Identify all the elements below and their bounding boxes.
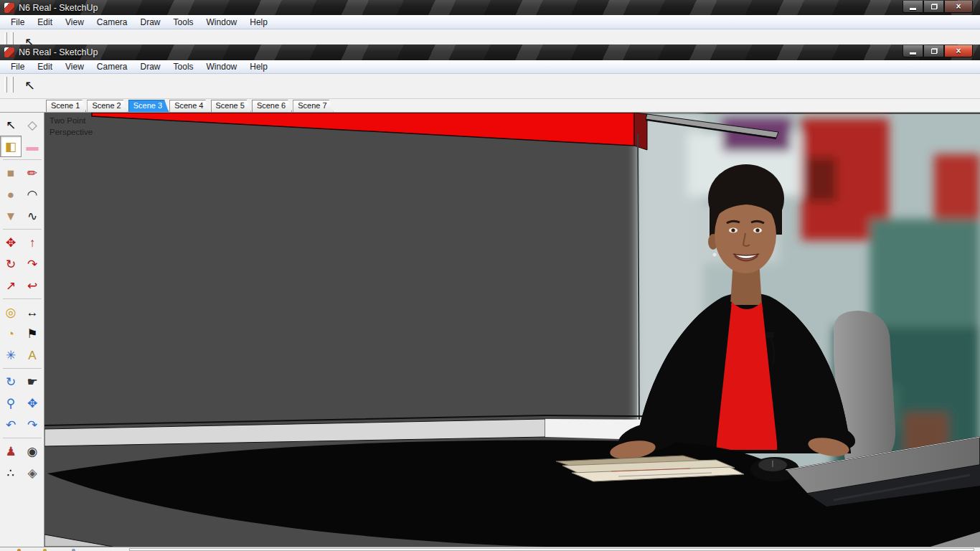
menu-edit[interactable]: Edit bbox=[31, 60, 59, 73]
protractor-tool-icon[interactable]: ◔ bbox=[0, 323, 22, 344]
scene-tab-scene-1[interactable]: Scene 1 bbox=[46, 100, 86, 112]
menu-help[interactable]: Help bbox=[243, 60, 274, 73]
follow-me-tool-icon[interactable]: ↷ bbox=[22, 253, 43, 275]
scene-tab-scene-7[interactable]: Scene 7 bbox=[293, 100, 333, 112]
pan-tool-icon[interactable]: ☛ bbox=[22, 371, 43, 392]
palette-separator bbox=[3, 298, 42, 299]
select-tool-icon[interactable]: ↖ bbox=[0, 114, 22, 136]
circle-tool-icon[interactable]: ● bbox=[0, 184, 22, 205]
menu-window[interactable]: Window bbox=[200, 60, 244, 73]
push-pull-tool-icon[interactable]: ↑ bbox=[22, 232, 43, 253]
toolbar-grip[interactable] bbox=[4, 77, 7, 93]
polygon-tool-icon[interactable]: ▼ bbox=[0, 205, 22, 227]
scene-tab-scene-4[interactable]: Scene 4 bbox=[169, 100, 209, 112]
palette-separator bbox=[3, 159, 42, 160]
3d-text-tool-icon[interactable]: A bbox=[22, 344, 43, 366]
zoom-tool-icon[interactable]: ⚲ bbox=[0, 392, 22, 414]
zoom-next-tool-icon[interactable]: ↷ bbox=[22, 414, 43, 435]
menu-view[interactable]: View bbox=[59, 16, 90, 29]
back-window-title: N6 Real - SketchUp bbox=[19, 3, 98, 13]
menu-camera[interactable]: Camera bbox=[90, 60, 134, 73]
menu-tools[interactable]: Tools bbox=[167, 16, 200, 29]
sketchup-logo-icon bbox=[4, 3, 14, 13]
zoom-previous-tool-icon[interactable]: ↶ bbox=[0, 414, 22, 435]
front-toolbar-icons: ↖✏■●◠◇▬◎◧↑✥↻↩↻☛⚲✥⇩▪⌂♟◉⇩⇧⌂ bbox=[19, 74, 40, 99]
svg-text:Perspective: Perspective bbox=[50, 128, 93, 136]
scale-tool-icon[interactable]: ↗ bbox=[0, 275, 22, 296]
arc-tool-icon[interactable]: ◠ bbox=[22, 184, 43, 205]
front-window-menubar: FileEditViewCameraDrawToolsWindowHelp bbox=[0, 60, 980, 74]
scene-tab-scene-5[interactable]: Scene 5 bbox=[211, 100, 251, 112]
dimension-tool-icon[interactable]: ↔ bbox=[22, 301, 43, 323]
move-tool-icon[interactable]: ✥ bbox=[0, 232, 22, 253]
position-camera-tool-icon[interactable]: ♟ bbox=[0, 441, 22, 462]
palette-separator bbox=[3, 229, 42, 230]
palette-separator bbox=[3, 368, 42, 369]
close-button[interactable]: × bbox=[944, 1, 973, 13]
menu-draw[interactable]: Draw bbox=[134, 60, 167, 73]
scene-tab-scene-2[interactable]: Scene 2 bbox=[87, 100, 127, 112]
scene-tab-scene-6[interactable]: Scene 6 bbox=[252, 100, 292, 112]
sketchup-logo-icon bbox=[4, 47, 14, 57]
minimize-button[interactable] bbox=[903, 45, 923, 57]
rectangle-tool-icon[interactable]: ■ bbox=[0, 162, 22, 184]
menu-file[interactable]: File bbox=[4, 60, 31, 73]
toolbar-grip[interactable] bbox=[11, 32, 14, 44]
eraser-tool-icon[interactable]: ▬ bbox=[22, 136, 43, 157]
orbit-tool-icon[interactable]: ↻ bbox=[0, 371, 22, 392]
close-button[interactable]: × bbox=[944, 45, 973, 57]
tape-measure-tool-icon[interactable]: ◎ bbox=[0, 301, 22, 323]
select-tool-icon[interactable]: ↖ bbox=[20, 32, 39, 44]
paint-bucket-tool-icon[interactable]: ◧ bbox=[0, 136, 22, 157]
menu-camera[interactable]: Camera bbox=[90, 16, 134, 29]
restore-button[interactable] bbox=[923, 1, 944, 13]
back-window-toolbar: ↖✏■●◠◇▬◎◧↑✥↻↩↻☛⚲✥⇩▪⌂♟◉⇩⇧⌂ bbox=[0, 29, 980, 44]
toolbar-grip[interactable] bbox=[11, 77, 14, 93]
back-window-titlebar[interactable]: N6 Real - SketchUp × bbox=[0, 0, 980, 15]
scene-tabs-bar: Scene 1Scene 2Scene 3Scene 4Scene 5Scene… bbox=[0, 99, 980, 113]
menu-tools[interactable]: Tools bbox=[167, 60, 200, 73]
menu-help[interactable]: Help bbox=[243, 16, 274, 29]
zoom-extents-tool-icon[interactable]: ✥ bbox=[22, 392, 43, 414]
menu-draw[interactable]: Draw bbox=[134, 16, 167, 29]
section-plane-tool-icon[interactable]: ◈ bbox=[22, 462, 43, 484]
large-tool-set-palette: ↖◇◧▬■✏●◠▼∿✥↑↻↷↗↩◎↔◔⚑✳A↻☛⚲✥↶↷♟◉∴◈ bbox=[0, 113, 44, 547]
front-window-titlebar[interactable]: N6 Real - SketchUp × bbox=[0, 44, 980, 60]
back-toolbar-icons: ↖✏■●◠◇▬◎◧↑✥↻↩↻☛⚲✥⇩▪⌂♟◉⇩⇧⌂ bbox=[19, 29, 40, 44]
menu-window[interactable]: Window bbox=[200, 16, 244, 29]
restore-button[interactable] bbox=[923, 45, 944, 57]
minimize-button[interactable] bbox=[903, 1, 923, 13]
look-around-tool-icon[interactable]: ◉ bbox=[22, 441, 43, 462]
menu-view[interactable]: View bbox=[59, 60, 90, 73]
measurements-box[interactable] bbox=[129, 548, 974, 551]
scene-tab-scene-3[interactable]: Scene 3 bbox=[128, 100, 169, 112]
text-tool-icon[interactable]: ⚑ bbox=[22, 323, 43, 344]
model-canvas[interactable]: Two Point Perspective bbox=[44, 113, 980, 547]
back-window-menubar: FileEditViewCameraDrawToolsWindowHelp bbox=[0, 15, 980, 29]
desktop: N6 Real - SketchUp × FileEditViewCameraD… bbox=[0, 0, 980, 551]
menu-edit[interactable]: Edit bbox=[31, 16, 59, 29]
select-tool-icon[interactable]: ↖ bbox=[20, 75, 39, 95]
freehand-tool-icon[interactable]: ∿ bbox=[22, 205, 43, 227]
line-tool-icon[interactable]: ✏ bbox=[22, 162, 43, 184]
offset-tool-icon[interactable]: ↩ bbox=[22, 275, 43, 296]
front-window-toolbar: ↖✏■●◠◇▬◎◧↑✥↻↩↻☛⚲✥⇩▪⌂♟◉⇩⇧⌂ bbox=[0, 74, 980, 99]
make-component-tool-icon[interactable]: ◇ bbox=[22, 114, 43, 136]
palette-separator bbox=[3, 438, 42, 438]
front-window-title: N6 Real - SketchUp bbox=[19, 47, 98, 57]
walk-tool-icon[interactable]: ∴ bbox=[0, 462, 22, 484]
svg-text:Two Point: Two Point bbox=[50, 116, 86, 125]
menu-file[interactable]: File bbox=[4, 16, 31, 29]
status-bar-sliver bbox=[0, 547, 980, 551]
model-viewport[interactable]: Two Point Perspective bbox=[44, 113, 980, 547]
toolbar-grip[interactable] bbox=[4, 32, 7, 44]
rotate-tool-icon[interactable]: ↻ bbox=[0, 253, 22, 275]
axes-tool-icon[interactable]: ✳ bbox=[0, 344, 22, 366]
